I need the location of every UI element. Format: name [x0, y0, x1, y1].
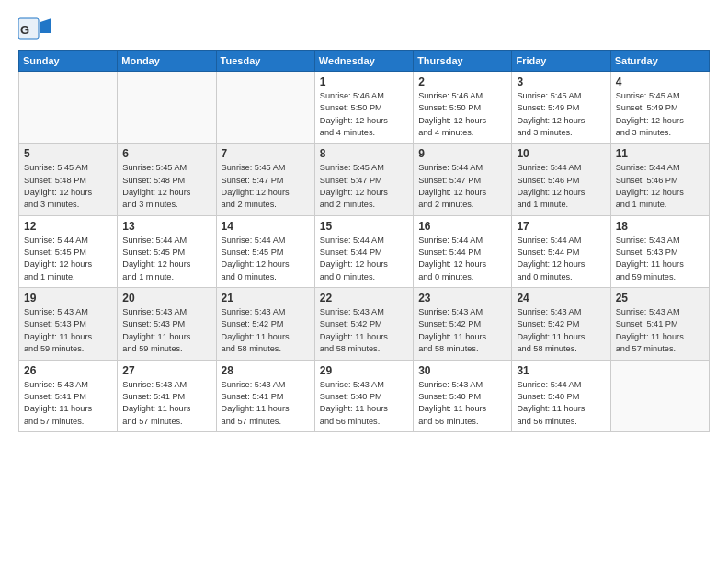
day-detail: Sunrise: 5:43 AMSunset: 5:43 PMDaylight:…	[616, 235, 704, 283]
calendar-day-cell: 4Sunrise: 5:45 AMSunset: 5:49 PMDaylight…	[610, 72, 709, 144]
calendar-day-cell: 14Sunrise: 5:44 AMSunset: 5:45 PMDayligh…	[216, 215, 314, 287]
calendar-day-cell: 18Sunrise: 5:43 AMSunset: 5:43 PMDayligh…	[610, 215, 709, 287]
day-detail: Sunrise: 5:43 AMSunset: 5:41 PMDaylight:…	[222, 379, 310, 428]
day-detail: Sunrise: 5:43 AMSunset: 5:41 PMDaylight:…	[24, 379, 112, 428]
day-detail: Sunrise: 5:46 AMSunset: 5:50 PMDaylight:…	[320, 90, 408, 139]
calendar-day-cell: 16Sunrise: 5:44 AMSunset: 5:44 PMDayligh…	[414, 215, 512, 287]
day-detail: Sunrise: 5:44 AMSunset: 5:46 PMDaylight:…	[616, 162, 704, 211]
day-detail: Sunrise: 5:44 AMSunset: 5:44 PMDaylight:…	[418, 235, 506, 283]
calendar-day-cell	[19, 72, 118, 144]
calendar-day-cell: 27Sunrise: 5:43 AMSunset: 5:41 PMDayligh…	[118, 360, 216, 431]
day-detail: Sunrise: 5:43 AMSunset: 5:43 PMDaylight:…	[24, 306, 112, 355]
calendar-week-row: 5Sunrise: 5:45 AMSunset: 5:48 PMDaylight…	[19, 144, 710, 215]
calendar-day-cell: 30Sunrise: 5:43 AMSunset: 5:40 PMDayligh…	[414, 360, 512, 431]
day-of-week-header: Monday	[118, 51, 216, 72]
svg-text:G: G	[20, 23, 29, 37]
calendar-header-row: SundayMondayTuesdayWednesdayThursdayFrid…	[19, 51, 710, 72]
day-of-week-header: Friday	[512, 51, 610, 72]
day-detail: Sunrise: 5:46 AMSunset: 5:50 PMDaylight:…	[418, 90, 506, 139]
day-number: 27	[122, 364, 210, 377]
day-number: 31	[517, 364, 605, 377]
day-detail: Sunrise: 5:44 AMSunset: 5:47 PMDaylight:…	[418, 162, 506, 211]
day-detail: Sunrise: 5:44 AMSunset: 5:45 PMDaylight:…	[24, 235, 112, 283]
calendar-day-cell: 25Sunrise: 5:43 AMSunset: 5:41 PMDayligh…	[610, 288, 709, 360]
calendar-day-cell	[216, 72, 314, 144]
day-detail: Sunrise: 5:45 AMSunset: 5:47 PMDaylight:…	[222, 162, 310, 211]
day-number: 16	[418, 220, 506, 233]
calendar-day-cell: 24Sunrise: 5:43 AMSunset: 5:42 PMDayligh…	[512, 288, 610, 360]
calendar-week-row: 12Sunrise: 5:44 AMSunset: 5:45 PMDayligh…	[19, 215, 710, 287]
day-detail: Sunrise: 5:45 AMSunset: 5:49 PMDaylight:…	[517, 90, 605, 139]
day-number: 11	[616, 147, 704, 160]
day-number: 28	[222, 364, 310, 377]
calendar-day-cell: 15Sunrise: 5:44 AMSunset: 5:44 PMDayligh…	[314, 215, 413, 287]
calendar-day-cell: 19Sunrise: 5:43 AMSunset: 5:43 PMDayligh…	[19, 288, 118, 360]
day-detail: Sunrise: 5:43 AMSunset: 5:43 PMDaylight:…	[122, 306, 210, 355]
calendar-day-cell: 3Sunrise: 5:45 AMSunset: 5:49 PMDaylight…	[512, 72, 610, 144]
calendar-table: SundayMondayTuesdayWednesdayThursdayFrid…	[18, 50, 710, 432]
day-number: 25	[616, 292, 704, 304]
calendar-day-cell: 9Sunrise: 5:44 AMSunset: 5:47 PMDaylight…	[414, 144, 512, 215]
day-number: 13	[122, 220, 210, 233]
day-detail: Sunrise: 5:44 AMSunset: 5:44 PMDaylight:…	[517, 235, 605, 283]
day-number: 3	[517, 75, 605, 88]
day-number: 24	[517, 292, 605, 304]
calendar-day-cell: 20Sunrise: 5:43 AMSunset: 5:43 PMDayligh…	[118, 288, 216, 360]
day-number: 7	[222, 147, 310, 160]
day-number: 12	[24, 220, 112, 233]
day-detail: Sunrise: 5:43 AMSunset: 5:40 PMDaylight:…	[418, 379, 506, 428]
day-of-week-header: Saturday	[610, 51, 709, 72]
logo: G	[18, 15, 53, 42]
day-detail: Sunrise: 5:43 AMSunset: 5:42 PMDaylight:…	[418, 306, 506, 355]
day-number: 23	[418, 292, 506, 304]
day-detail: Sunrise: 5:44 AMSunset: 5:45 PMDaylight:…	[122, 235, 210, 283]
day-detail: Sunrise: 5:45 AMSunset: 5:49 PMDaylight:…	[616, 90, 704, 139]
calendar-day-cell: 21Sunrise: 5:43 AMSunset: 5:42 PMDayligh…	[216, 288, 314, 360]
day-detail: Sunrise: 5:44 AMSunset: 5:44 PMDaylight:…	[320, 235, 408, 283]
calendar-day-cell: 31Sunrise: 5:44 AMSunset: 5:40 PMDayligh…	[512, 360, 610, 431]
page: G SundayMondayTuesdayWednesdayThursdayFr…	[0, 0, 728, 442]
day-number: 30	[418, 364, 506, 377]
calendar-day-cell: 8Sunrise: 5:45 AMSunset: 5:47 PMDaylight…	[314, 144, 413, 215]
day-number: 1	[320, 75, 408, 88]
day-number: 20	[122, 292, 210, 304]
day-detail: Sunrise: 5:43 AMSunset: 5:41 PMDaylight:…	[616, 306, 704, 355]
calendar-day-cell: 6Sunrise: 5:45 AMSunset: 5:48 PMDaylight…	[118, 144, 216, 215]
calendar-day-cell: 13Sunrise: 5:44 AMSunset: 5:45 PMDayligh…	[118, 215, 216, 287]
calendar-day-cell: 5Sunrise: 5:45 AMSunset: 5:48 PMDaylight…	[19, 144, 118, 215]
calendar-day-cell	[118, 72, 216, 144]
day-of-week-header: Sunday	[19, 51, 118, 72]
calendar-day-cell: 12Sunrise: 5:44 AMSunset: 5:45 PMDayligh…	[19, 215, 118, 287]
calendar-day-cell: 28Sunrise: 5:43 AMSunset: 5:41 PMDayligh…	[216, 360, 314, 431]
day-number: 5	[24, 147, 112, 160]
calendar-day-cell: 26Sunrise: 5:43 AMSunset: 5:41 PMDayligh…	[19, 360, 118, 431]
svg-marker-2	[40, 18, 51, 33]
calendar-day-cell: 1Sunrise: 5:46 AMSunset: 5:50 PMDaylight…	[314, 72, 413, 144]
day-detail: Sunrise: 5:43 AMSunset: 5:42 PMDaylight:…	[222, 306, 310, 355]
day-detail: Sunrise: 5:44 AMSunset: 5:40 PMDaylight:…	[517, 379, 605, 428]
day-number: 17	[517, 220, 605, 233]
day-number: 14	[222, 220, 310, 233]
day-number: 22	[320, 292, 408, 304]
calendar-day-cell: 29Sunrise: 5:43 AMSunset: 5:40 PMDayligh…	[314, 360, 413, 431]
calendar-day-cell: 2Sunrise: 5:46 AMSunset: 5:50 PMDaylight…	[414, 72, 512, 144]
calendar-day-cell	[610, 360, 709, 431]
day-detail: Sunrise: 5:45 AMSunset: 5:48 PMDaylight:…	[122, 162, 210, 211]
day-detail: Sunrise: 5:44 AMSunset: 5:46 PMDaylight:…	[517, 162, 605, 211]
day-of-week-header: Tuesday	[216, 51, 314, 72]
logo-icon: G	[18, 15, 51, 42]
calendar-day-cell: 23Sunrise: 5:43 AMSunset: 5:42 PMDayligh…	[414, 288, 512, 360]
day-of-week-header: Thursday	[414, 51, 512, 72]
day-number: 29	[320, 364, 408, 377]
day-number: 10	[517, 147, 605, 160]
day-number: 26	[24, 364, 112, 377]
day-detail: Sunrise: 5:43 AMSunset: 5:42 PMDaylight:…	[320, 306, 408, 355]
day-number: 6	[122, 147, 210, 160]
day-number: 18	[616, 220, 704, 233]
header: G	[18, 15, 710, 42]
day-number: 2	[418, 75, 506, 88]
day-number: 9	[418, 147, 506, 160]
day-detail: Sunrise: 5:45 AMSunset: 5:47 PMDaylight:…	[320, 162, 408, 211]
day-detail: Sunrise: 5:43 AMSunset: 5:40 PMDaylight:…	[320, 379, 408, 428]
calendar-day-cell: 11Sunrise: 5:44 AMSunset: 5:46 PMDayligh…	[610, 144, 709, 215]
